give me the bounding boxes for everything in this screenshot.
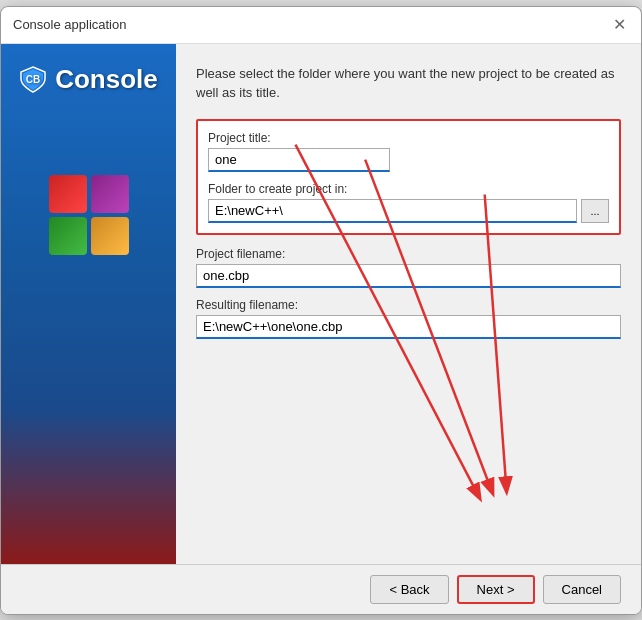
- project-filename-group: Project filename:: [196, 247, 621, 288]
- folder-group: Folder to create project in: ...: [208, 182, 609, 223]
- svg-text:CB: CB: [26, 74, 40, 85]
- sidebar: CB Console: [1, 44, 176, 564]
- titlebar: Console application ✕: [1, 7, 641, 44]
- project-filename-input[interactable]: [196, 264, 621, 288]
- project-filename-label: Project filename:: [196, 247, 621, 261]
- main-content: Please select the folder where you want …: [176, 44, 641, 564]
- window-title: Console application: [13, 17, 126, 32]
- shield-icon: CB: [19, 65, 47, 93]
- cube-green: [49, 217, 87, 255]
- sidebar-title: CB Console: [19, 64, 158, 95]
- browse-button[interactable]: ...: [581, 199, 609, 223]
- resulting-filename-label: Resulting filename:: [196, 298, 621, 312]
- close-button[interactable]: ✕: [609, 15, 629, 35]
- cube-graphic: [49, 175, 129, 255]
- sidebar-label: Console: [55, 64, 158, 95]
- console-application-window: Console application ✕ CB Console: [0, 6, 642, 615]
- folder-label: Folder to create project in:: [208, 182, 609, 196]
- project-title-input[interactable]: [208, 148, 390, 172]
- content-area: CB Console Please select the folder wher…: [1, 44, 641, 564]
- next-button[interactable]: Next >: [457, 575, 535, 604]
- resulting-filename-input[interactable]: [196, 315, 621, 339]
- cube-red: [49, 175, 87, 213]
- resulting-filename-group: Resulting filename:: [196, 298, 621, 339]
- project-title-group: Project title:: [208, 131, 609, 172]
- footer: < Back Next > Cancel: [1, 564, 641, 614]
- back-button[interactable]: < Back: [370, 575, 448, 604]
- cube-purple: [91, 175, 129, 213]
- folder-input-row: ...: [208, 199, 609, 223]
- description-text: Please select the folder where you want …: [196, 64, 621, 103]
- highlighted-form-section: Project title: Folder to create project …: [196, 119, 621, 235]
- folder-input[interactable]: [208, 199, 577, 223]
- cube-yellow: [91, 217, 129, 255]
- cancel-button[interactable]: Cancel: [543, 575, 621, 604]
- svg-line-3: [485, 194, 507, 491]
- project-title-label: Project title:: [208, 131, 609, 145]
